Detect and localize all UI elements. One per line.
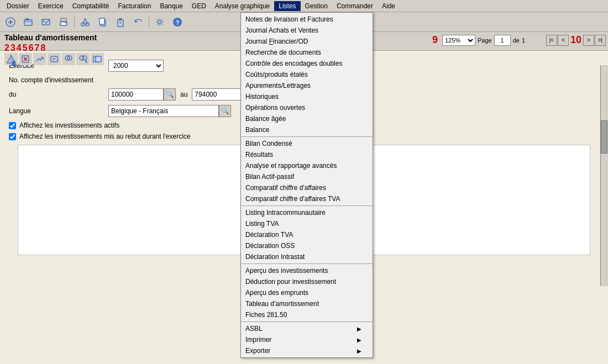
de-label: de [513, 37, 520, 44]
page-label: Page [478, 37, 492, 44]
new-button[interactable] [2, 14, 19, 30]
settings-button[interactable] [151, 14, 168, 30]
du-search-button[interactable]: 🔍 [164, 88, 176, 101]
menu-item-notes-livraison[interactable]: Notes de livraison et Factures [241, 14, 373, 25]
menu-item-imprimer[interactable]: Imprimer ▶ [241, 334, 373, 345]
langue-search-button[interactable]: 🔍 [219, 105, 231, 117]
email-button[interactable] [38, 14, 54, 30]
page-number-input[interactable] [494, 35, 511, 46]
menu-item-apurements[interactable]: Apurements/Lettrages [241, 80, 373, 91]
open-button[interactable] [20, 14, 36, 30]
menu-item-controle-encodages[interactable]: Contrôle des encodages doubles [241, 58, 373, 69]
listes-dropdown: Notes de livraison et Factures Journal A… [240, 12, 373, 358]
menu-item-comparatif-ca-tva[interactable]: Comparatif chiffre d'affaires TVA [241, 193, 373, 204]
menu-item-recherche-docs[interactable]: Recherche de documents [241, 47, 373, 58]
tb-btn-4[interactable] [48, 53, 61, 65]
exporter-arrow: ▶ [357, 348, 361, 354]
checkbox1[interactable] [9, 122, 16, 129]
undo-button[interactable] [130, 14, 146, 30]
menu-item-exporter[interactable]: Exporter ▶ [241, 345, 373, 356]
langue-input[interactable] [108, 105, 219, 117]
last-page-button[interactable]: >| [595, 35, 606, 46]
tb-btn-3[interactable] [33, 53, 46, 65]
menu-item-asbl[interactable]: ASBL ▶ [241, 323, 373, 334]
svg-text:?: ? [176, 19, 180, 26]
checkbox2-label: Affichez les investissements mis au rebu… [19, 133, 191, 140]
svg-point-9 [65, 22, 66, 23]
prev-page-button[interactable]: < [558, 35, 569, 46]
menu-item-listing-intracom[interactable]: Listing Intracommunautaire [241, 207, 373, 218]
checkbox1-label: Affichez les investissements actifs [19, 122, 119, 129]
menu-item-declaration-intrastat[interactable]: Déclaration Intrastat [241, 251, 373, 262]
menu-separator-4 [241, 321, 373, 322]
menu-item-resultats[interactable]: Résultats [241, 149, 373, 160]
red-num-7: 7 [35, 43, 40, 53]
zoom-select[interactable]: 125% 100% 75% 150% [442, 35, 475, 46]
svg-point-35 [82, 56, 87, 60]
menu-ged[interactable]: GED [187, 1, 211, 11]
svg-rect-3 [24, 20, 32, 25]
menu-commander[interactable]: Commander [332, 1, 378, 11]
tb-btn-2[interactable] [19, 53, 32, 65]
checkbox2[interactable] [9, 133, 16, 140]
menu-item-journal-achats[interactable]: Journal Achats et Ventes [241, 25, 373, 36]
svg-rect-38 [96, 56, 101, 62]
au-label: au [180, 91, 187, 98]
scrollbar-thumb[interactable] [601, 120, 607, 154]
menu-facturation[interactable]: Facturation [113, 1, 155, 11]
pin-icon[interactable] [9, 59, 19, 68]
menu-item-listing-tva[interactable]: Listing TVA [241, 218, 373, 229]
menu-item-declaration-tva[interactable]: Déclaration TVA [241, 229, 373, 240]
exercice-select[interactable]: 2000 [108, 60, 164, 72]
menu-item-declaration-oss[interactable]: Déclaration OSS [241, 240, 373, 251]
menu-item-balance[interactable]: Balance [241, 124, 373, 135]
menu-item-historiques[interactable]: Historiques [241, 91, 373, 102]
menu-aide[interactable]: Aide [378, 1, 400, 11]
vertical-scrollbar[interactable] [600, 65, 608, 286]
menu-item-tableau-amortissement[interactable]: Tableau d'amortissement [241, 298, 373, 309]
page-total: 1 [522, 37, 525, 44]
menu-item-deduction-investissement[interactable]: Déduction pour investissement [241, 276, 373, 287]
menu-item-analyse-rapportage[interactable]: Analyse et rapportage avancés [241, 160, 373, 171]
help-button[interactable]: ? [169, 14, 186, 30]
tb-btn-5[interactable] [62, 53, 75, 65]
red-num-5: 5 [23, 43, 28, 53]
menu-dossier[interactable]: Dossier [2, 1, 34, 11]
red-num-2: 2 [4, 43, 9, 53]
svg-point-20 [158, 20, 161, 24]
print-button[interactable] [55, 14, 72, 30]
tb-btn-7[interactable] [91, 53, 104, 65]
menu-analyse[interactable]: Analyse graphique [211, 1, 274, 11]
menu-item-couts-produits[interactable]: Coûts/produits étalés [241, 69, 373, 80]
menu-item-journal-financier[interactable]: Journal Financier/OD [241, 36, 373, 47]
menu-banque[interactable]: Banque [155, 1, 187, 11]
tb-btn-6[interactable] [76, 53, 90, 65]
imprimer-arrow: ▶ [357, 337, 361, 343]
red-num-4: 4 [17, 43, 22, 53]
svg-rect-8 [61, 23, 66, 25]
au-input[interactable] [192, 88, 247, 101]
menu-item-fiches-281[interactable]: Fiches 281.50 [241, 309, 373, 320]
du-input[interactable] [108, 88, 164, 101]
menu-item-apercu-emprunts[interactable]: Aperçu des emprunts [241, 287, 373, 298]
paste-button[interactable] [112, 14, 129, 30]
svg-rect-6 [61, 18, 66, 22]
menu-listes[interactable]: Listes [274, 1, 300, 11]
listes-menu: Notes de livraison et Factures Journal A… [240, 12, 373, 358]
menu-comptabilite[interactable]: Comptabilité [68, 1, 114, 11]
first-page-button[interactable]: |< [546, 35, 557, 46]
menu-gestion[interactable]: Gestion [301, 1, 332, 11]
svg-rect-29 [51, 56, 57, 62]
menu-item-bilan-actif-passif[interactable]: Bilan Actif-passif [241, 171, 373, 182]
menu-item-comparatif-ca[interactable]: Comparatif chiffre d'affaires [241, 182, 373, 193]
menu-item-apercu-investissements[interactable]: Aperçu des investissements [241, 265, 373, 276]
menu-item-operations-ouvertes[interactable]: Opérations ouvertes [241, 102, 373, 113]
next-page-button[interactable]: > [583, 35, 594, 46]
svg-rect-4 [25, 18, 29, 20]
menu-item-bilan-condense[interactable]: Bilan Condensé [241, 138, 373, 149]
cut-button[interactable] [77, 14, 93, 30]
menu-item-balance-agee[interactable]: Balance âgée [241, 113, 373, 124]
copy-button[interactable] [95, 14, 111, 30]
menu-separator-1 [241, 136, 373, 137]
menu-exercice[interactable]: Exercice [34, 1, 68, 11]
